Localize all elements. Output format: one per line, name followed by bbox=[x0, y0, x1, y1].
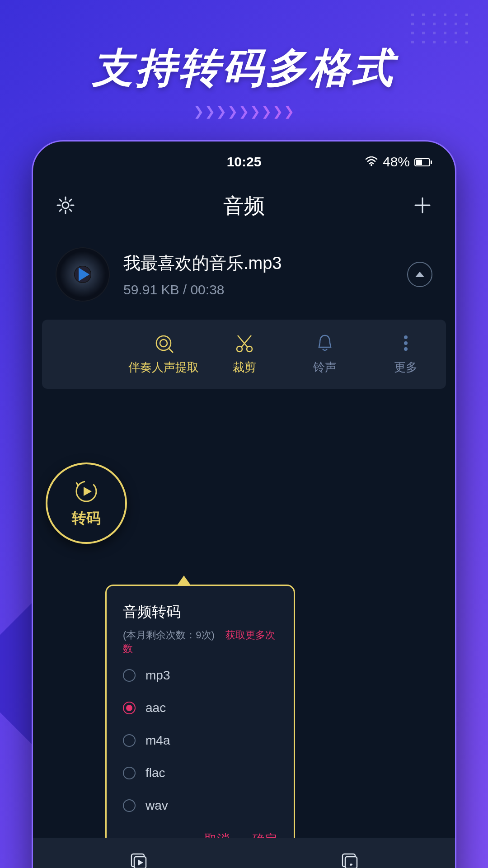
radio-icon bbox=[123, 669, 136, 682]
page-title: 音频 bbox=[223, 192, 265, 220]
audio-filename: 我最喜欢的音乐.mp3 bbox=[123, 252, 394, 275]
bottom-nav: 提取视频中的音频 音频编辑制作 bbox=[33, 838, 455, 868]
dialog-remaining: (本月剩余次数：9次) bbox=[123, 629, 215, 641]
phone-frame: 10:25 48% 音频 我最喜欢的音乐.mp3 59.91 KB / 00:3… bbox=[32, 140, 456, 868]
chevrons-decoration: ❯❯❯❯❯❯❯❯❯ bbox=[0, 104, 488, 119]
svg-marker-6 bbox=[84, 487, 92, 496]
format-list: mp3 aac m4a flac wav bbox=[123, 668, 277, 813]
status-time: 10:25 bbox=[227, 154, 262, 170]
tool-crop[interactable]: 裁剪 bbox=[204, 333, 285, 375]
video-extract-icon bbox=[129, 851, 149, 868]
format-option-flac[interactable]: flac bbox=[123, 766, 277, 780]
svg-rect-2 bbox=[416, 160, 422, 165]
chevron-up-icon bbox=[415, 272, 424, 277]
tool-ringtone[interactable]: 铃声 bbox=[285, 333, 366, 375]
bell-icon bbox=[314, 333, 335, 353]
tool-vocal-extract[interactable]: 伴奏人声提取 bbox=[123, 333, 204, 375]
gear-icon[interactable] bbox=[56, 195, 75, 217]
svg-point-4 bbox=[62, 202, 69, 208]
collapse-button[interactable] bbox=[407, 262, 432, 287]
svg-rect-3 bbox=[431, 160, 432, 164]
status-bar: 10:25 48% bbox=[33, 142, 455, 174]
radio-icon bbox=[123, 767, 136, 779]
app-header: 音频 bbox=[33, 174, 455, 234]
status-battery: 48% bbox=[383, 154, 410, 170]
audio-edit-icon bbox=[340, 851, 360, 868]
bg-decoration-dots bbox=[411, 14, 470, 43]
battery-icon bbox=[414, 154, 432, 170]
svg-point-11 bbox=[404, 335, 408, 339]
dialog-pointer bbox=[178, 576, 190, 585]
extract-icon bbox=[153, 333, 174, 353]
format-option-m4a[interactable]: m4a bbox=[123, 733, 277, 748]
dialog-title: 音频转码 bbox=[123, 602, 277, 622]
tools-row: 伴奏人声提取 裁剪 铃声 更多 bbox=[42, 320, 446, 389]
transcode-dialog: 音频转码 (本月剩余次数：9次) 获取更多次数 mp3 aac m4a bbox=[105, 576, 295, 866]
format-option-wav[interactable]: wav bbox=[123, 798, 277, 813]
svg-point-8 bbox=[160, 340, 167, 347]
radio-icon bbox=[123, 734, 136, 747]
radio-icon bbox=[123, 702, 136, 714]
svg-point-13 bbox=[404, 347, 408, 351]
format-option-mp3[interactable]: mp3 bbox=[123, 668, 277, 683]
audio-item[interactable]: 我最喜欢的音乐.mp3 59.91 KB / 00:38 bbox=[33, 234, 455, 315]
dots-icon bbox=[395, 333, 416, 353]
format-option-aac[interactable]: aac bbox=[123, 701, 277, 715]
svg-point-0 bbox=[371, 164, 372, 166]
transcode-label: 转码 bbox=[72, 509, 101, 528]
scissors-icon bbox=[234, 333, 255, 353]
vinyl-play-icon[interactable] bbox=[56, 247, 110, 302]
svg-rect-18 bbox=[345, 857, 357, 868]
nav-extract-audio[interactable]: 提取视频中的音频 bbox=[33, 851, 244, 868]
tool-more[interactable]: 更多 bbox=[366, 333, 446, 375]
nav-audio-edit[interactable]: 音频编辑制作 bbox=[244, 851, 455, 868]
radio-icon bbox=[123, 799, 136, 812]
plus-icon[interactable] bbox=[413, 195, 432, 217]
wifi-icon bbox=[365, 154, 378, 170]
svg-point-7 bbox=[156, 336, 171, 350]
audio-meta: 59.91 KB / 00:38 bbox=[123, 282, 394, 297]
svg-point-12 bbox=[404, 341, 408, 345]
promo-title: 支持转码多格式 bbox=[0, 41, 488, 96]
transcode-badge[interactable]: 转码 bbox=[46, 462, 127, 544]
